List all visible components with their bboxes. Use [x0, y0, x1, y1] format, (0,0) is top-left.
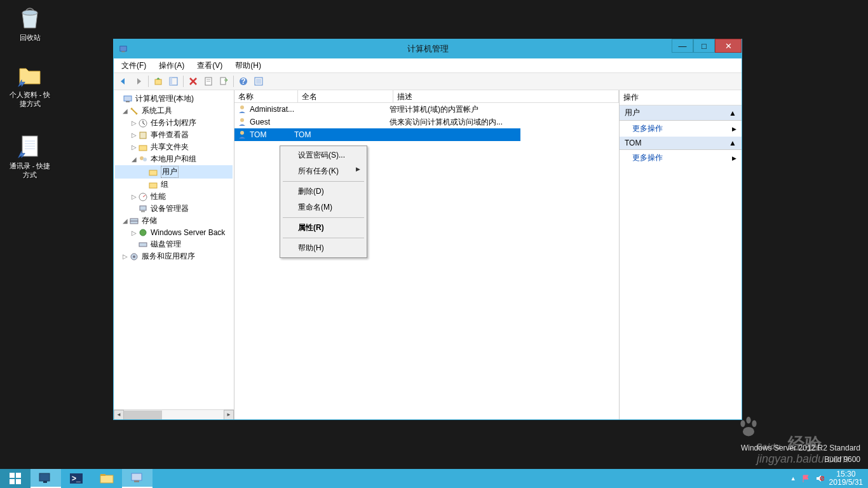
desktop-icon-recycle-bin[interactable]: 回收站: [8, 5, 52, 42]
maximize-button[interactable]: □: [693, 39, 715, 53]
document-icon: [17, 133, 43, 159]
actions-section-users[interactable]: 用户▲: [620, 105, 742, 121]
svg-point-41: [746, 417, 750, 424]
tray-clock[interactable]: 15:30 2019/5/31: [829, 470, 863, 487]
tree-windows-server-backup[interactable]: ▷Windows Server Back: [115, 227, 233, 238]
ctx-all-tasks[interactable]: 所有任务(K)▶: [281, 163, 365, 179]
help-button[interactable]: ?: [236, 74, 250, 88]
toolbar: ?: [114, 72, 742, 90]
forward-button[interactable]: [132, 74, 146, 88]
tree-task-scheduler[interactable]: ▷任务计划程序: [115, 117, 233, 129]
tree-users[interactable]: 用户: [115, 165, 233, 179]
chevron-right-icon: ▶: [732, 126, 736, 132]
navigation-tree-panel: 计算机管理(本地) ◢系统工具 ▷任务计划程序 ▷事件查看器 ▷共享文件夹 ◢本…: [114, 90, 234, 419]
device-icon: [138, 204, 148, 214]
svg-rect-6: [120, 46, 127, 51]
tree-device-manager[interactable]: 设备管理器: [115, 203, 233, 215]
svg-rect-10: [170, 78, 172, 85]
tray-chevron-icon[interactable]: ▲: [790, 475, 796, 482]
svg-line-57: [821, 477, 824, 480]
svg-rect-48: [39, 473, 50, 481]
toolbar-separator: [148, 76, 149, 87]
menu-view[interactable]: 查看(V): [192, 59, 227, 72]
desktop-icon-profile[interactable]: 个人资料 - 快捷方式: [8, 62, 52, 108]
tools-icon: [129, 106, 139, 116]
explorer-icon: [99, 472, 114, 485]
actions-title: 操作: [620, 90, 742, 105]
collapse-icon: ▲: [729, 139, 736, 147]
svg-rect-46: [10, 479, 15, 484]
ctx-set-password[interactable]: 设置密码(S)...: [281, 147, 365, 163]
show-hide-tree-button[interactable]: [166, 74, 180, 88]
refresh-button[interactable]: [252, 74, 266, 88]
taskbar-powershell[interactable]: >_: [61, 469, 92, 488]
actions-more-tom[interactable]: 更多操作▶: [620, 150, 742, 166]
ctx-delete[interactable]: 删除(D): [281, 184, 365, 200]
svg-rect-27: [149, 183, 157, 188]
svg-rect-44: [10, 473, 15, 478]
column-fullname[interactable]: 全名: [298, 90, 393, 102]
tree-root[interactable]: 计算机管理(本地): [115, 93, 233, 105]
ctx-rename[interactable]: 重命名(M): [281, 200, 365, 215]
start-button[interactable]: [0, 469, 31, 488]
tree-scrollbar[interactable]: ◄ ►: [114, 409, 234, 419]
svg-rect-20: [126, 101, 130, 102]
tree-system-tools[interactable]: ◢系统工具: [115, 105, 233, 117]
svg-rect-8: [155, 79, 161, 85]
performance-icon: [138, 192, 148, 202]
tree-shared-folders[interactable]: ▷共享文件夹: [115, 141, 233, 153]
svg-rect-26: [149, 170, 157, 175]
scroll-thumb[interactable]: [124, 410, 162, 419]
up-button[interactable]: [151, 74, 165, 88]
ctx-help[interactable]: 帮助(H): [281, 240, 365, 256]
column-name[interactable]: 名称: [234, 90, 298, 102]
close-button[interactable]: ✕: [715, 39, 742, 53]
svg-rect-23: [139, 146, 147, 151]
properties-button[interactable]: [201, 74, 215, 88]
tree-local-users-groups[interactable]: ◢本地用户和组: [115, 153, 233, 165]
menu-file[interactable]: 文件(F): [116, 59, 151, 72]
svg-point-0: [22, 10, 37, 15]
back-button[interactable]: [116, 74, 130, 88]
scroll-left-button[interactable]: ◄: [114, 410, 124, 420]
tree-performance[interactable]: ▷性能: [115, 191, 233, 203]
svg-text:?: ?: [241, 77, 245, 86]
taskbar-computer-management[interactable]: [122, 469, 153, 488]
svg-rect-7: [121, 51, 125, 53]
svg-point-36: [133, 255, 135, 258]
tree-disk-management[interactable]: 磁盘管理: [115, 238, 233, 250]
tree-storage[interactable]: ◢存储: [115, 215, 233, 227]
scroll-right-button[interactable]: ►: [224, 410, 234, 420]
tray-volume-icon[interactable]: [815, 474, 824, 483]
titlebar[interactable]: 计算机管理 — □ ✕: [114, 39, 742, 58]
svg-rect-55: [134, 480, 139, 482]
folder-icon: [148, 180, 158, 190]
minimize-button[interactable]: —: [672, 39, 693, 53]
chevron-right-icon: ▶: [356, 166, 360, 172]
delete-button[interactable]: [186, 74, 200, 88]
ctx-separator: [283, 217, 364, 218]
list-row[interactable]: Guest 供来宾访问计算机或访问域的内...: [234, 116, 619, 128]
list-row[interactable]: Administrat... 管理计算机(域)的内置帐户: [234, 103, 619, 116]
tray-flag-icon[interactable]: [801, 474, 810, 483]
menu-action[interactable]: 操作(A): [154, 59, 189, 72]
windows-watermark: Windows Server 2012 R2 Standard Build 96…: [741, 442, 860, 465]
ctx-separator: [283, 238, 364, 238]
desktop-icon-contacts[interactable]: 通讯录 - 快捷方式: [8, 133, 52, 179]
tree-event-viewer[interactable]: ▷事件查看器: [115, 129, 233, 141]
menu-help[interactable]: 帮助(H): [230, 59, 266, 72]
ctx-properties[interactable]: 属性(R): [281, 220, 365, 236]
recycle-bin-icon: [17, 5, 43, 30]
tree-groups[interactable]: 组: [115, 179, 233, 191]
window-title: 计算机管理: [407, 43, 449, 55]
scroll-track[interactable]: [124, 410, 224, 419]
export-button[interactable]: [217, 74, 231, 88]
tree-services-apps[interactable]: ▷服务和应用程序: [115, 250, 233, 262]
column-description[interactable]: 描述: [393, 90, 619, 102]
list-row-selected[interactable]: TOM TOM: [234, 128, 520, 141]
taskbar-server-manager[interactable]: [31, 469, 61, 488]
actions-more-users[interactable]: 更多操作▶: [620, 121, 742, 137]
taskbar-explorer[interactable]: [92, 469, 122, 488]
server-manager-icon: [38, 471, 53, 484]
actions-section-tom[interactable]: TOM▲: [620, 137, 742, 150]
